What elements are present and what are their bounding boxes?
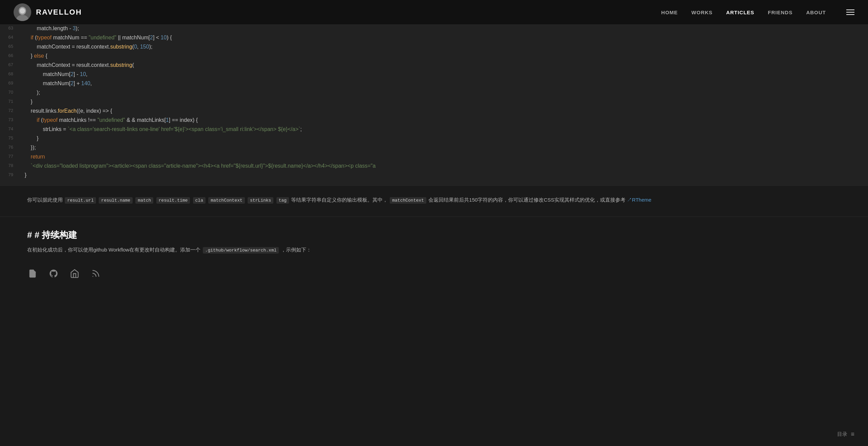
line-content: if (typeof matchLinks !== "undefined" & … [19, 116, 868, 124]
code-github-workflow: .github/workflow/search.xml [203, 247, 279, 254]
main-nav: HOME WORKS ARTICLES FRIENDS ABOUT [661, 10, 854, 15]
code-line-68: 68 matchNum[2] - 10, [0, 71, 868, 80]
line-number: 79 [0, 171, 19, 177]
line-content: match.length - 3); [19, 25, 868, 32]
code-line-72: 72 result.links.forEach((e, index) => { [0, 107, 868, 116]
svg-point-7 [93, 276, 93, 277]
line-number: 71 [0, 98, 19, 104]
line-number: 74 [0, 126, 19, 131]
line-number: 75 [0, 135, 19, 141]
svg-point-3 [20, 8, 25, 14]
code-match-context-highlight: matchContext [390, 197, 426, 204]
line-content: } else { [19, 52, 868, 60]
line-number: 65 [0, 43, 19, 49]
section-heading: # # 持续构建 [0, 217, 868, 245]
line-number: 77 [0, 153, 19, 159]
code-tag: tag [276, 197, 289, 204]
toc-icon: ≡ [851, 431, 854, 438]
toc-area[interactable]: 目录 ≡ [837, 431, 854, 438]
line-number: 69 [0, 80, 19, 86]
code-line-71: 71 } [0, 98, 868, 107]
code-block: 63 match.length - 3); 64 if (typeof matc… [0, 24, 868, 186]
line-content: `<div class="loaded listprogram"><articl… [19, 162, 868, 170]
code-line-66: 66 } else { [0, 52, 868, 61]
code-match-context: matchContext [208, 197, 245, 204]
github-icon[interactable] [48, 268, 59, 279]
code-result-time: result.time [156, 197, 190, 204]
line-content: matchNum[2] + 140, [19, 80, 868, 87]
hash-symbol: # [27, 230, 32, 240]
code-line-70: 70 ); [0, 89, 868, 98]
line-number: 72 [0, 107, 19, 113]
code-result-name: result.name [99, 197, 133, 204]
code-cla: cla [193, 197, 206, 204]
line-number: 64 [0, 34, 19, 40]
code-line-73: 73 if (typeof matchLinks !== "undefined"… [0, 116, 868, 126]
line-content: } [19, 171, 868, 179]
nav-home[interactable]: HOME [661, 10, 678, 15]
footer-icons [0, 261, 868, 286]
line-number: 66 [0, 52, 19, 58]
line-content: ); [19, 89, 868, 96]
line-number: 73 [0, 116, 19, 122]
line-number: 76 [0, 144, 19, 150]
nav-works[interactable]: WORKS [691, 10, 713, 15]
section-title: # 持续构建 [35, 230, 77, 240]
header: RAVELLOH HOME WORKS ARTICLES FRIENDS ABO… [0, 0, 868, 24]
rss-icon[interactable] [90, 268, 101, 279]
code-str-links: strLinks [248, 197, 273, 204]
code-line-78: 78 `<div class="loaded listprogram"><art… [0, 162, 868, 171]
nav-articles[interactable]: ARTICLES [726, 10, 754, 15]
code-result-url: result.url [65, 197, 96, 204]
document-icon[interactable] [27, 268, 38, 279]
code-line-64: 64 if (typeof matchNum == "undefined" ||… [0, 34, 868, 43]
code-match: match [135, 197, 153, 204]
code-line-69: 69 matchNum[2] + 140, [0, 80, 868, 89]
code-inner[interactable]: 63 match.length - 3); 64 if (typeof matc… [0, 25, 868, 185]
logo-text: RAVELLOH [36, 8, 82, 17]
code-line-63: 63 match.length - 3); [0, 25, 868, 34]
toc-label: 目录 [837, 431, 847, 438]
code-line-65: 65 matchContext = result.context.substri… [0, 43, 868, 52]
code-line-77: 77 return [0, 153, 868, 162]
home-icon[interactable] [69, 268, 80, 279]
line-content: } [19, 98, 868, 106]
nav-about[interactable]: ABOUT [806, 10, 826, 15]
code-line-67: 67 matchContext = result.context.substri… [0, 61, 868, 71]
line-content: strLinks = `<a class='search-result-link… [19, 126, 868, 133]
description-area: 你可以据此使用 result.url result.name match res… [0, 186, 868, 217]
rtheme-link[interactable]: ↗RTheme [627, 197, 651, 203]
line-content: }); [19, 144, 868, 151]
code-line-79: 79 } [0, 171, 868, 181]
main-content: 63 match.length - 3); 64 if (typeof matc… [0, 0, 868, 286]
line-content: matchNum[2] - 10, [19, 71, 868, 78]
line-content: matchContext = result.context.substring( [19, 61, 868, 69]
code-line-74: 74 strLinks = `<a class='search-result-l… [0, 126, 868, 135]
hamburger-menu[interactable] [846, 10, 854, 15]
description-text: 你可以据此使用 result.url result.name match res… [27, 195, 841, 204]
line-content: result.links.forEach((e, index) => { [19, 107, 868, 115]
line-content: return [19, 153, 868, 161]
line-content: if (typeof matchNum == "undefined" || ma… [19, 34, 868, 41]
line-number: 68 [0, 71, 19, 76]
avatar [14, 3, 31, 21]
line-number: 70 [0, 89, 19, 95]
line-content: } [19, 135, 868, 142]
line-content: matchContext = result.context.substring(… [19, 43, 868, 51]
logo[interactable]: RAVELLOH [14, 3, 82, 21]
line-number: 63 [0, 25, 19, 31]
code-line-75: 75 } [0, 135, 868, 144]
nav-friends[interactable]: FRIENDS [768, 10, 793, 15]
line-number: 67 [0, 61, 19, 67]
line-number: 78 [0, 162, 19, 168]
code-line-76: 76 }); [0, 144, 868, 153]
section-text: 在初始化成功后，你可以使用github Workflow在有更改时自动构建。添加… [0, 245, 868, 261]
